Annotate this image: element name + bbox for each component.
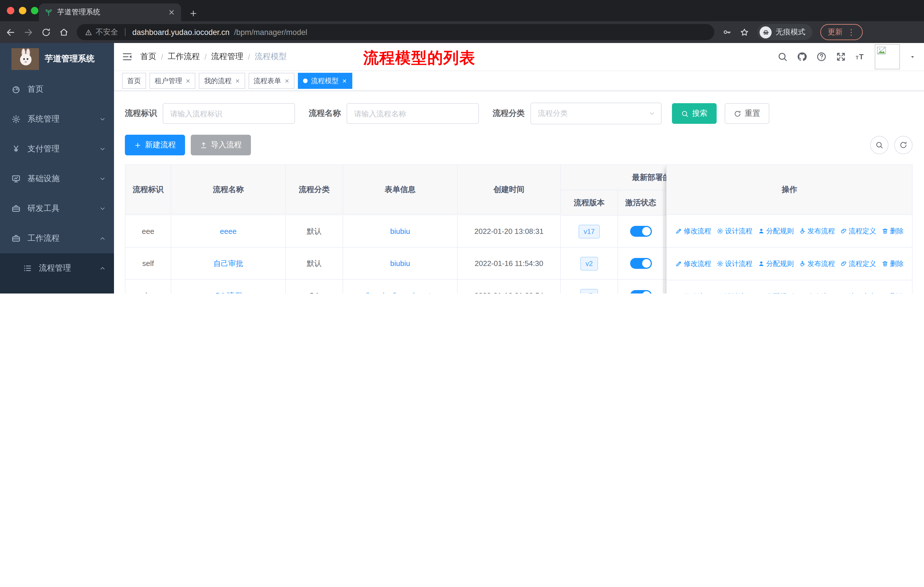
font-size-icon[interactable]: TT (855, 51, 866, 62)
col-header-form-info: 表单信息 (343, 165, 458, 214)
reload-icon[interactable] (41, 27, 51, 37)
fullscreen-icon[interactable] (836, 51, 846, 62)
cell-process-id: oa_leave (125, 280, 171, 293)
chevron-up-icon (99, 265, 106, 272)
active-toggle[interactable] (630, 258, 652, 269)
sidebar-item-infra[interactable]: 基础设施 (0, 164, 114, 194)
github-icon[interactable] (797, 51, 807, 62)
tag-tenant[interactable]: 租户管理✕ (150, 73, 196, 89)
sidebar-item-process-mgmt[interactable]: 流程管理 (0, 253, 114, 283)
action-design-button[interactable]: 设计流程 (716, 226, 752, 236)
minimize-window-button[interactable] (19, 7, 26, 14)
maximize-window-button[interactable] (31, 7, 38, 14)
process-id-input[interactable] (163, 103, 295, 124)
tag-process-model[interactable]: 流程模型✕ (298, 73, 352, 89)
forward-icon[interactable] (23, 27, 33, 37)
menu-dots-icon[interactable]: ⋮ (847, 28, 855, 37)
bookmark-star-icon[interactable] (739, 27, 749, 37)
refresh-table-button[interactable] (894, 136, 912, 154)
search-icon[interactable] (777, 51, 788, 62)
sidebar-item-home[interactable]: 首页 (0, 74, 114, 104)
breadcrumb-process-mgmt[interactable]: 流程管理 (211, 51, 243, 62)
search-button[interactable]: 搜索 (672, 103, 717, 124)
action-publish-button[interactable]: 发布流程 (799, 226, 835, 236)
close-tab-icon[interactable] (168, 8, 175, 16)
reset-button[interactable]: 重置 (724, 103, 769, 124)
back-icon[interactable] (6, 27, 15, 37)
sidebar-item-system[interactable]: 系统管理 (0, 104, 114, 134)
form-info-link[interactable]: biubiu (390, 227, 410, 236)
create-process-button[interactable]: 新建流程 (125, 135, 185, 155)
tag-my-process[interactable]: 我的流程✕ (199, 73, 245, 89)
breadcrumb: 首页 / 工作流程 / 流程管理 / 流程模型 (140, 51, 287, 62)
action-assign-button[interactable]: 分配规则 (757, 226, 794, 236)
sidebar-item-payment[interactable]: 支付管理 (0, 134, 114, 164)
active-toggle[interactable] (630, 290, 652, 293)
action-assign-button[interactable]: 分配规则 (757, 259, 794, 269)
active-toggle[interactable] (630, 226, 652, 237)
action-modify-button[interactable]: 修改流程 (675, 291, 711, 293)
chevron-down-icon[interactable] (909, 53, 916, 60)
sidebar-item-process-form[interactable]: 流程表单 (0, 283, 114, 293)
svg-text:T: T (859, 53, 864, 61)
action-delete-button[interactable]: 删除 (881, 226, 904, 236)
close-tag-icon[interactable]: ✕ (342, 78, 347, 84)
tag-process-form[interactable]: 流程表单✕ (249, 73, 295, 89)
close-tag-icon[interactable]: ✕ (235, 78, 240, 84)
trash-icon (881, 260, 888, 267)
address-bar[interactable]: 不安全 dashboard.yudao.iocoder.cn/bpm/manag… (77, 24, 714, 40)
incognito-icon (760, 26, 772, 38)
tag-home[interactable]: 首页 (122, 73, 146, 89)
breadcrumb-workflow[interactable]: 工作流程 (168, 51, 200, 62)
version-badge: v2 (580, 256, 598, 270)
update-button[interactable]: 更新 ⋮ (820, 24, 863, 40)
action-publish-button[interactable]: 发布流程 (799, 291, 835, 293)
action-definition-button[interactable]: 流程定义 (840, 226, 876, 236)
process-name-input[interactable] (346, 103, 479, 124)
process-name-link[interactable]: eeee (220, 227, 237, 236)
active-dot (303, 79, 308, 83)
close-window-button[interactable] (7, 7, 14, 14)
action-definition-button[interactable]: 流程定义 (840, 291, 876, 293)
new-tab-button[interactable] (189, 8, 198, 18)
logo-block[interactable]: 芋道管理系统 (0, 43, 114, 74)
search-icon (681, 110, 688, 117)
hamburger-icon[interactable] (122, 51, 132, 62)
action-design-button[interactable]: 设计流程 (716, 259, 752, 269)
action-publish-button[interactable]: 发布流程 (799, 259, 835, 269)
process-name-link[interactable]: OA 请假 (214, 290, 242, 293)
form-info-link[interactable]: /bpm/oa/leave/create (365, 291, 435, 293)
action-assign-button[interactable]: 分配规则 (757, 291, 794, 293)
user-icon (757, 293, 764, 293)
app-shell: 芋道管理系统 首页系统管理支付管理基础设施研发工具工作流程流程管理流程表单用户分… (0, 43, 924, 293)
close-tag-icon[interactable]: ✕ (186, 78, 190, 84)
sidebar-item-workflow[interactable]: 工作流程 (0, 223, 114, 253)
window-controls[interactable] (7, 7, 38, 14)
breadcrumb-home[interactable]: 首页 (140, 51, 157, 62)
cell-process-id: eee (125, 215, 171, 248)
avatar[interactable] (875, 44, 900, 69)
import-process-button[interactable]: 导入流程 (191, 135, 251, 155)
action-modify-button[interactable]: 修改流程 (675, 259, 711, 269)
show-search-button[interactable] (870, 136, 888, 154)
cell-category: 默认 (286, 248, 343, 280)
home-icon[interactable] (59, 27, 69, 37)
col-header-version: 流程版本 (561, 190, 618, 215)
gear-icon (12, 115, 21, 124)
action-definition-button[interactable]: 流程定义 (840, 259, 876, 269)
action-design-button[interactable]: 设计流程 (716, 291, 752, 293)
action-delete-button[interactable]: 删除 (881, 259, 904, 269)
sidebar-item-label: 首页 (28, 84, 106, 94)
form-info-link[interactable]: biubiu (390, 259, 410, 268)
security-warning[interactable]: 不安全 (85, 27, 118, 37)
browser-tab[interactable]: 芋道管理系统 (39, 3, 181, 21)
action-modify-button[interactable]: 修改流程 (675, 226, 711, 236)
key-icon[interactable] (723, 28, 731, 37)
help-icon[interactable] (816, 51, 827, 62)
sidebar-item-devtools[interactable]: 研发工具 (0, 194, 114, 223)
yen-icon (12, 144, 21, 154)
close-tag-icon[interactable]: ✕ (285, 78, 290, 84)
process-name-link[interactable]: 自己审批 (213, 258, 243, 269)
category-select[interactable]: 流程分类 (530, 103, 662, 124)
action-delete-button[interactable]: 删除 (881, 291, 904, 293)
